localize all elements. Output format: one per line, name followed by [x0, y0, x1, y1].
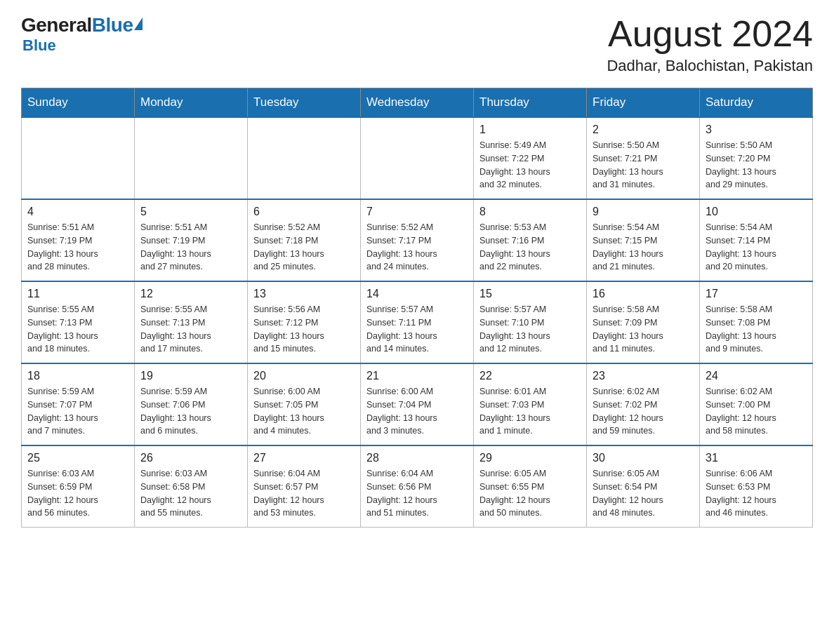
day-info: Sunrise: 6:00 AMSunset: 7:04 PMDaylight:… — [366, 385, 468, 438]
calendar-cell: 20Sunrise: 6:00 AMSunset: 7:05 PMDayligh… — [248, 363, 361, 445]
day-number: 19 — [140, 370, 241, 382]
day-number: 7 — [366, 206, 468, 218]
day-info: Sunrise: 6:04 AMSunset: 6:57 PMDaylight:… — [253, 467, 355, 520]
week-row-1: 1Sunrise: 5:49 AMSunset: 7:22 PMDaylight… — [22, 117, 813, 199]
day-number: 30 — [593, 452, 694, 464]
day-info: Sunrise: 5:59 AMSunset: 7:07 PMDaylight:… — [27, 385, 128, 438]
day-info: Sunrise: 5:50 AMSunset: 7:20 PMDaylight:… — [706, 139, 807, 192]
day-info: Sunrise: 5:51 AMSunset: 7:19 PMDaylight:… — [27, 221, 128, 274]
calendar-cell: 31Sunrise: 6:06 AMSunset: 6:53 PMDayligh… — [700, 445, 813, 528]
day-info: Sunrise: 6:05 AMSunset: 6:54 PMDaylight:… — [593, 467, 694, 520]
day-number: 3 — [706, 123, 807, 136]
day-number: 18 — [27, 370, 128, 382]
calendar-cell: 2Sunrise: 5:50 AMSunset: 7:21 PMDaylight… — [587, 117, 700, 199]
calendar-cell: 19Sunrise: 5:59 AMSunset: 7:06 PMDayligh… — [135, 363, 248, 445]
day-info: Sunrise: 5:49 AMSunset: 7:22 PMDaylight:… — [479, 139, 581, 192]
calendar-cell: 21Sunrise: 6:00 AMSunset: 7:04 PMDayligh… — [361, 363, 474, 445]
day-info: Sunrise: 6:01 AMSunset: 7:03 PMDaylight:… — [479, 385, 581, 438]
day-number: 2 — [593, 123, 694, 136]
calendar-cell: 23Sunrise: 6:02 AMSunset: 7:02 PMDayligh… — [587, 363, 700, 445]
calendar-cell: 29Sunrise: 6:05 AMSunset: 6:55 PMDayligh… — [474, 445, 587, 528]
calendar-cell: 28Sunrise: 6:04 AMSunset: 6:56 PMDayligh… — [361, 445, 474, 528]
calendar-cell: 11Sunrise: 5:55 AMSunset: 7:13 PMDayligh… — [22, 281, 135, 363]
day-number: 6 — [253, 206, 355, 218]
calendar-cell: 8Sunrise: 5:53 AMSunset: 7:16 PMDaylight… — [474, 199, 587, 281]
calendar-cell: 30Sunrise: 6:05 AMSunset: 6:54 PMDayligh… — [587, 445, 700, 528]
day-info: Sunrise: 5:50 AMSunset: 7:21 PMDaylight:… — [593, 139, 694, 192]
day-number: 17 — [706, 288, 807, 300]
day-number: 13 — [253, 288, 355, 300]
day-info: Sunrise: 5:54 AMSunset: 7:15 PMDaylight:… — [593, 221, 694, 274]
calendar-cell — [22, 117, 135, 199]
day-info: Sunrise: 5:55 AMSunset: 7:13 PMDaylight:… — [27, 303, 128, 356]
week-row-4: 18Sunrise: 5:59 AMSunset: 7:07 PMDayligh… — [22, 363, 813, 445]
column-header-friday: Friday — [587, 88, 700, 118]
calendar-cell — [135, 117, 248, 199]
day-number: 14 — [366, 288, 468, 300]
day-number: 28 — [366, 452, 468, 464]
day-number: 10 — [706, 206, 807, 218]
calendar-cell: 24Sunrise: 6:02 AMSunset: 7:00 PMDayligh… — [700, 363, 813, 445]
calendar-cell: 14Sunrise: 5:57 AMSunset: 7:11 PMDayligh… — [361, 281, 474, 363]
calendar-cell — [248, 117, 361, 199]
day-info: Sunrise: 6:02 AMSunset: 7:02 PMDaylight:… — [593, 385, 694, 438]
week-row-5: 25Sunrise: 6:03 AMSunset: 6:59 PMDayligh… — [22, 445, 813, 528]
logo: General Blue Blue — [21, 14, 143, 55]
calendar-cell: 18Sunrise: 5:59 AMSunset: 7:07 PMDayligh… — [22, 363, 135, 445]
day-number: 23 — [593, 370, 694, 382]
calendar-cell: 9Sunrise: 5:54 AMSunset: 7:15 PMDaylight… — [587, 199, 700, 281]
day-info: Sunrise: 5:57 AMSunset: 7:11 PMDaylight:… — [366, 303, 468, 356]
calendar-table: SundayMondayTuesdayWednesdayThursdayFrid… — [21, 88, 813, 528]
column-header-saturday: Saturday — [700, 88, 813, 118]
calendar-cell: 7Sunrise: 5:52 AMSunset: 7:17 PMDaylight… — [361, 199, 474, 281]
column-header-wednesday: Wednesday — [361, 88, 474, 118]
calendar-cell: 5Sunrise: 5:51 AMSunset: 7:19 PMDaylight… — [135, 199, 248, 281]
day-number: 16 — [593, 288, 694, 300]
day-info: Sunrise: 6:00 AMSunset: 7:05 PMDaylight:… — [253, 385, 355, 438]
day-number: 21 — [366, 370, 468, 382]
calendar-cell: 17Sunrise: 5:58 AMSunset: 7:08 PMDayligh… — [700, 281, 813, 363]
main-title: August 2024 — [607, 14, 813, 54]
column-header-sunday: Sunday — [22, 88, 135, 118]
day-number: 20 — [253, 370, 355, 382]
day-info: Sunrise: 5:56 AMSunset: 7:12 PMDaylight:… — [253, 303, 355, 356]
calendar-cell: 12Sunrise: 5:55 AMSunset: 7:13 PMDayligh… — [135, 281, 248, 363]
day-number: 12 — [140, 288, 241, 300]
day-number: 31 — [706, 452, 807, 464]
week-row-3: 11Sunrise: 5:55 AMSunset: 7:13 PMDayligh… — [22, 281, 813, 363]
day-info: Sunrise: 5:59 AMSunset: 7:06 PMDaylight:… — [140, 385, 241, 438]
day-number: 29 — [479, 452, 581, 464]
day-info: Sunrise: 6:04 AMSunset: 6:56 PMDaylight:… — [366, 467, 468, 520]
calendar-cell: 16Sunrise: 5:58 AMSunset: 7:09 PMDayligh… — [587, 281, 700, 363]
calendar-cell: 26Sunrise: 6:03 AMSunset: 6:58 PMDayligh… — [135, 445, 248, 528]
logo-sub-text: Blue — [22, 36, 56, 55]
calendar-cell: 4Sunrise: 5:51 AMSunset: 7:19 PMDaylight… — [22, 199, 135, 281]
day-info: Sunrise: 5:52 AMSunset: 7:18 PMDaylight:… — [253, 221, 355, 274]
day-info: Sunrise: 5:54 AMSunset: 7:14 PMDaylight:… — [706, 221, 807, 274]
calendar-cell: 6Sunrise: 5:52 AMSunset: 7:18 PMDaylight… — [248, 199, 361, 281]
day-info: Sunrise: 5:58 AMSunset: 7:09 PMDaylight:… — [593, 303, 694, 356]
day-info: Sunrise: 5:52 AMSunset: 7:17 PMDaylight:… — [366, 221, 468, 274]
logo-triangle-icon — [134, 18, 143, 30]
week-row-2: 4Sunrise: 5:51 AMSunset: 7:19 PMDaylight… — [22, 199, 813, 281]
day-info: Sunrise: 5:55 AMSunset: 7:13 PMDaylight:… — [140, 303, 241, 356]
day-number: 4 — [27, 206, 128, 218]
day-number: 1 — [479, 123, 581, 136]
calendar-cell: 22Sunrise: 6:01 AMSunset: 7:03 PMDayligh… — [474, 363, 587, 445]
calendar-cell: 25Sunrise: 6:03 AMSunset: 6:59 PMDayligh… — [22, 445, 135, 528]
day-number: 22 — [479, 370, 581, 382]
logo-general-text: General — [21, 14, 92, 36]
calendar-cell: 1Sunrise: 5:49 AMSunset: 7:22 PMDaylight… — [474, 117, 587, 199]
day-info: Sunrise: 6:05 AMSunset: 6:55 PMDaylight:… — [479, 467, 581, 520]
day-number: 8 — [479, 206, 581, 218]
day-info: Sunrise: 6:03 AMSunset: 6:58 PMDaylight:… — [140, 467, 241, 520]
calendar-header-row: SundayMondayTuesdayWednesdayThursdayFrid… — [22, 88, 813, 118]
day-info: Sunrise: 6:03 AMSunset: 6:59 PMDaylight:… — [27, 467, 128, 520]
calendar-cell: 10Sunrise: 5:54 AMSunset: 7:14 PMDayligh… — [700, 199, 813, 281]
column-header-tuesday: Tuesday — [248, 88, 361, 118]
day-info: Sunrise: 5:58 AMSunset: 7:08 PMDaylight:… — [706, 303, 807, 356]
day-number: 24 — [706, 370, 807, 382]
day-info: Sunrise: 5:51 AMSunset: 7:19 PMDaylight:… — [140, 221, 241, 274]
column-header-monday: Monday — [135, 88, 248, 118]
subtitle: Dadhar, Balochistan, Pakistan — [607, 57, 813, 75]
